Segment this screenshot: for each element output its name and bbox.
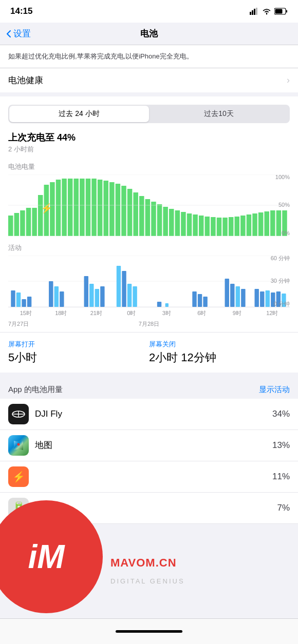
y-50: 50% — [275, 202, 290, 208]
app-row-maps[interactable]: 地图 13% — [0, 430, 298, 461]
svg-rect-43 — [222, 218, 227, 236]
ay-60: 60 分钟 — [271, 256, 290, 261]
app-percent-maps: 13% — [272, 440, 290, 451]
x-label-6: 6时 — [184, 309, 220, 317]
y-100: 100% — [275, 174, 290, 180]
svg-rect-67 — [60, 291, 64, 307]
svg-rect-11 — [32, 208, 36, 236]
svg-rect-24 — [109, 182, 114, 236]
x-label-18: 18时 — [44, 309, 79, 317]
app-percent-dji: 34% — [272, 409, 290, 419]
dji-icon — [8, 404, 29, 424]
maps-icon-wrap — [8, 435, 29, 456]
date-july27: 7月27日 — [8, 320, 114, 328]
status-icons — [250, 8, 288, 15]
app-percent-generic3: 11% — [272, 472, 290, 482]
svg-point-95 — [17, 443, 20, 445]
svg-rect-48 — [252, 213, 257, 236]
svg-rect-66 — [54, 286, 59, 307]
y-0: 0% — [275, 230, 290, 236]
x-label-21: 21时 — [79, 309, 114, 317]
svg-rect-85 — [255, 289, 259, 307]
x-axis: 15时 18时 21时 0时 3时 6时 9时 12时 — [8, 307, 290, 319]
x-label-12: 12时 — [255, 309, 290, 317]
svg-rect-49 — [258, 212, 263, 236]
screen-on-value: 5小时 — [8, 350, 149, 365]
svg-rect-2 — [254, 9, 255, 15]
signal-icon — [250, 8, 259, 15]
activity-chart-svg — [8, 256, 290, 307]
svg-rect-15 — [56, 180, 61, 236]
activity-chart-label: 活动 — [8, 243, 290, 252]
svg-rect-6 — [275, 9, 283, 14]
svg-rect-17 — [68, 179, 72, 236]
battery-chart-label: 电池电量 — [8, 162, 290, 171]
tab-bar — [0, 618, 298, 644]
separator-2 — [0, 373, 298, 377]
svg-rect-39 — [199, 216, 203, 236]
svg-rect-78 — [192, 291, 196, 307]
wifi-icon — [262, 8, 271, 15]
svg-rect-81 — [225, 279, 229, 307]
svg-rect-79 — [198, 294, 202, 307]
svg-rect-33 — [163, 207, 167, 236]
back-button[interactable]: 设置 — [6, 28, 31, 40]
screen-on-stat: 屏幕打开 5小时 — [8, 340, 149, 365]
svg-rect-10 — [26, 208, 31, 236]
svg-rect-30 — [145, 199, 150, 236]
svg-rect-37 — [187, 213, 192, 236]
app-usage-label: App 的电池用量 — [8, 385, 63, 395]
nav-title: 电池 — [140, 28, 158, 40]
svg-rect-47 — [247, 214, 251, 236]
svg-rect-7 — [8, 216, 13, 236]
svg-rect-64 — [27, 297, 31, 307]
show-activity-btn[interactable]: 显示活动 — [259, 385, 290, 395]
x-label-0: 0时 — [114, 309, 150, 317]
ay-0: 0 分钟 — [271, 301, 290, 307]
app-name-dji: DJI Fly — [35, 409, 272, 419]
notice-text: 如果超过优化充电比例,苹果将完成充电,以便iPhone完全充电。 — [0, 45, 298, 68]
svg-rect-35 — [175, 210, 180, 236]
svg-rect-87 — [266, 290, 270, 307]
svg-rect-31 — [151, 202, 156, 236]
svg-rect-16 — [62, 179, 66, 236]
watermark-im: iM — [28, 540, 64, 573]
svg-rect-42 — [217, 218, 221, 236]
tab-24h[interactable]: 过去 24 小时 — [9, 106, 149, 122]
svg-rect-41 — [211, 217, 215, 236]
app-percent-charger: 7% — [277, 503, 290, 513]
svg-rect-5 — [286, 10, 287, 13]
svg-rect-28 — [133, 192, 138, 236]
screen-stats: 屏幕打开 5小时 屏幕关闭 2小时 12分钟 — [0, 332, 298, 373]
svg-text:⚡: ⚡ — [41, 202, 53, 213]
generic3-icon-wrap: ⚡ — [8, 466, 29, 487]
svg-rect-12 — [38, 195, 43, 236]
app-row-generic3[interactable]: ⚡ 11% — [0, 461, 298, 493]
svg-rect-32 — [157, 204, 162, 236]
svg-rect-38 — [193, 214, 197, 236]
separator-1 — [0, 92, 298, 96]
nav-bar: 设置 电池 — [0, 23, 298, 45]
svg-rect-22 — [98, 180, 102, 236]
svg-rect-62 — [16, 292, 21, 307]
generic3-icon: ⚡ — [8, 466, 29, 487]
tab-10d[interactable]: 过去10天 — [149, 106, 289, 122]
svg-rect-80 — [203, 297, 207, 307]
activity-chart: 60 分钟 30 分钟 0 分钟 — [8, 256, 290, 307]
svg-rect-1 — [252, 10, 253, 15]
ay-30: 30 分钟 — [271, 278, 290, 284]
svg-rect-27 — [127, 189, 132, 236]
svg-rect-50 — [264, 211, 269, 236]
battery-chart: ⚡ 100% 50% 0% — [8, 174, 290, 236]
maps-icon — [8, 435, 29, 456]
svg-rect-63 — [22, 299, 26, 307]
svg-rect-76 — [157, 302, 161, 307]
battery-health-row[interactable]: 电池健康 › — [0, 68, 298, 92]
svg-rect-82 — [230, 284, 234, 307]
svg-rect-34 — [169, 209, 174, 236]
svg-rect-74 — [127, 284, 132, 307]
x-label-15: 15时 — [8, 309, 44, 317]
charge-subtitle: 2 小时前 — [8, 145, 290, 154]
svg-rect-25 — [116, 184, 120, 236]
app-row-dji[interactable]: DJI Fly 34% — [0, 399, 298, 430]
